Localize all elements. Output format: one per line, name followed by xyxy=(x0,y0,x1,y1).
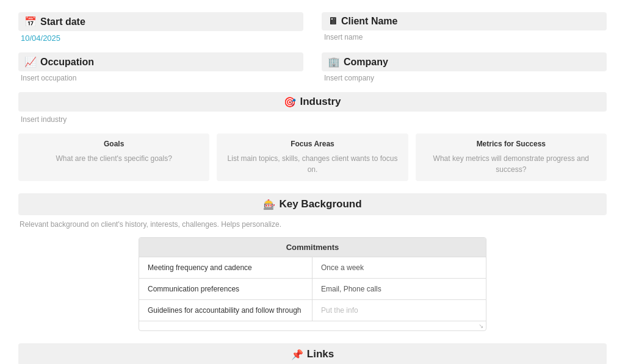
commitment-value-3[interactable]: Put the info xyxy=(312,300,486,321)
commitment-row-2: Communication preferences Email, Phone c… xyxy=(139,279,486,300)
commitment-row-1: Meeting frequency and cadence Once a wee… xyxy=(139,257,486,279)
calendar-icon: 📅 xyxy=(24,16,37,27)
commitment-label-2: Communication preferences xyxy=(139,279,312,299)
chart-icon: 📈 xyxy=(24,56,37,68)
goals-card: Goals What are the client's specific goa… xyxy=(18,134,209,181)
company-label: 🏢 Company xyxy=(322,52,607,71)
focus-areas-title: Focus Areas xyxy=(225,140,399,148)
occupation-label: 📈 Occupation xyxy=(18,52,303,71)
company-block: 🏢 Company Insert company xyxy=(322,52,607,82)
goals-text: What are the client's specific goals? xyxy=(27,153,201,164)
key-background-header: 🎰 Key Background xyxy=(18,193,607,215)
resize-hint: ↘ xyxy=(139,321,486,330)
pin-icon: 📌 xyxy=(291,349,303,360)
commitment-value-2[interactable]: Email, Phone calls xyxy=(312,279,486,299)
industry-block: 🎯 Industry Insert industry xyxy=(18,92,607,124)
commitment-label-1: Meeting frequency and cadence xyxy=(139,257,312,278)
metrics-text: What key metrics will demonstrate progre… xyxy=(424,153,598,175)
links-header: 📌 Links xyxy=(18,343,607,364)
occupation-placeholder[interactable]: Insert occupation xyxy=(18,74,303,82)
metrics-title: Metrics for Success xyxy=(424,140,598,148)
monitor-icon: 🖥 xyxy=(328,16,338,27)
goals-title: Goals xyxy=(27,140,201,148)
commitment-label-3: Guidelines for accountability and follow… xyxy=(139,300,312,321)
start-date-block: 📅 Start date 10/04/2025 xyxy=(18,12,303,43)
metrics-card: Metrics for Success What key metrics wil… xyxy=(416,134,607,181)
start-date-label: 📅 Start date xyxy=(18,12,303,31)
occupation-block: 📈 Occupation Insert occupation xyxy=(18,52,303,82)
company-placeholder[interactable]: Insert company xyxy=(322,74,607,82)
key-background-desc: Relevant background on client's history,… xyxy=(18,220,607,229)
commitment-value-1[interactable]: Once a week xyxy=(312,257,486,278)
goals-grid: Goals What are the client's specific goa… xyxy=(18,134,607,181)
start-date-value[interactable]: 10/04/2025 xyxy=(18,34,303,43)
focus-areas-card: Focus Areas List main topics, skills, ch… xyxy=(217,134,408,181)
client-name-label: 🖥 Client Name xyxy=(322,12,607,30)
target-icon: 🎯 xyxy=(284,96,296,108)
industry-label: 🎯 Industry xyxy=(18,92,607,112)
client-name-placeholder[interactable]: Insert name xyxy=(322,33,607,41)
commitments-table: Commitments Meeting frequency and cadenc… xyxy=(139,237,486,331)
industry-placeholder[interactable]: Insert industry xyxy=(18,115,607,124)
background-icon: 🎰 xyxy=(263,199,275,210)
focus-areas-text: List main topics, skills, changes client… xyxy=(225,153,399,175)
commitments-header: Commitments xyxy=(139,238,486,257)
links-section: 📌 Links 1 Website Product 1 Product 2 2 … xyxy=(18,343,607,364)
client-name-block: 🖥 Client Name Insert name xyxy=(322,12,607,43)
building-icon: 🏢 xyxy=(328,56,340,68)
commitment-row-3: Guidelines for accountability and follow… xyxy=(139,300,486,321)
